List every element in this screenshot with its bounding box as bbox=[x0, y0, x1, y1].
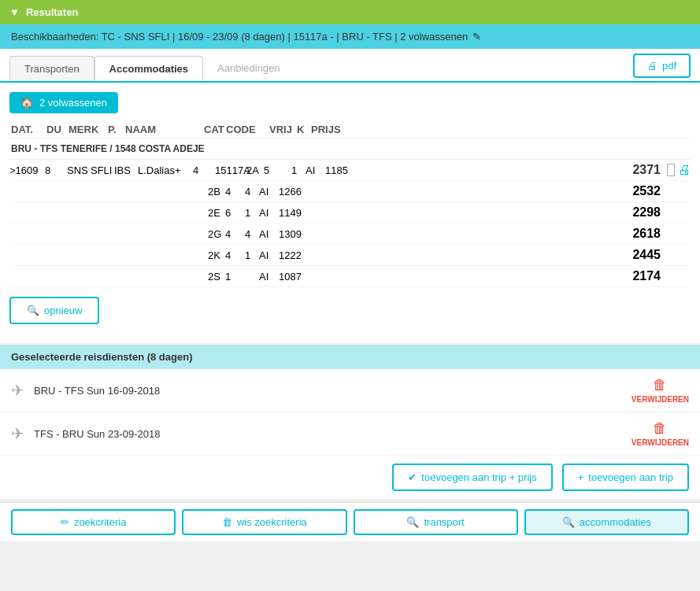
tab-accommodaties[interactable]: Accommodaties bbox=[94, 56, 203, 81]
col-header-vrij: VRIJ bbox=[269, 124, 297, 135]
col-header-dat: DAT. bbox=[11, 124, 46, 135]
sub-data-row: 2S 1 AI 1087 2174 bbox=[9, 266, 691, 287]
col-header-prijs: PRIJS bbox=[311, 124, 346, 135]
add-buttons-row: ✔ toevoegen aan trip + prijs + toevoegen… bbox=[0, 456, 700, 499]
flight-rows: ✈ BRU - TFS Sun 16-09-2018 🗑 VERWIJDEREN… bbox=[0, 369, 700, 456]
cell-du: 8 bbox=[45, 164, 67, 176]
search-transport-icon: 🔍 bbox=[406, 516, 419, 528]
transport-button[interactable]: 🔍 transport bbox=[354, 509, 518, 535]
cell-merk: SNS bbox=[67, 164, 91, 176]
remove-label: VERWIJDEREN bbox=[631, 395, 689, 404]
persons-label: 2 volwassenen bbox=[39, 97, 107, 109]
flight-row: ✈ BRU - TFS Sun 16-09-2018 🗑 VERWIJDEREN bbox=[0, 369, 700, 412]
sub-rows-container: 2B 4 4 AI 1266 2532 2E 6 1 AI 1149 2298 … bbox=[9, 181, 691, 287]
pencil-icon: ✏ bbox=[61, 516, 69, 528]
tabs-left: Transporten Accommodaties Aanbiedingen bbox=[9, 56, 294, 81]
persons-badge: 🏠 2 volwassenen bbox=[9, 92, 118, 113]
sub-data-row: 2G 4 4 AI 1309 2618 bbox=[9, 223, 691, 245]
sub-vrij: 6 bbox=[225, 207, 245, 219]
cell-naam2: L.Dalias+ bbox=[138, 164, 193, 176]
sub-vrij: 4 bbox=[225, 249, 245, 261]
cell-vrij: 5 bbox=[264, 164, 291, 176]
sub-prijs: 1087 bbox=[279, 271, 310, 283]
pdf-button[interactable]: 🖨 pdf bbox=[633, 54, 691, 78]
sub-prijs: 1266 bbox=[279, 186, 310, 198]
selected-section-header: Geselecteerde reisdiensten (8 dagen) bbox=[0, 345, 700, 369]
sub-total: 2445 bbox=[621, 248, 661, 262]
sub-vrij: 4 bbox=[225, 228, 245, 240]
sub-data-row: 2E 6 1 AI 1149 2298 bbox=[9, 202, 691, 223]
row-checkbox[interactable] bbox=[667, 164, 675, 176]
cell-subcode: 2A bbox=[246, 164, 264, 176]
accommodaties-button[interactable]: 🔍 accommodaties bbox=[524, 509, 689, 535]
sub-code: 2K bbox=[208, 249, 225, 261]
sub-k: 4 bbox=[245, 228, 259, 240]
sub-k: 1 bbox=[245, 207, 259, 219]
cell-total: 2371 bbox=[621, 163, 661, 177]
search-accommodaties-icon: 🔍 bbox=[562, 516, 575, 528]
wis-zoekcriteria-button[interactable]: 🗑 wis zoekcriteria bbox=[182, 509, 346, 535]
plane-icon: ✈ bbox=[11, 424, 24, 443]
flight-left: ✈ TFS - BRU Sun 23-09-2018 bbox=[11, 424, 160, 443]
refresh-button[interactable]: 🔍 opnieuw bbox=[9, 297, 99, 324]
flight-text: TFS - BRU Sun 23-09-2018 bbox=[34, 428, 160, 440]
destination-row: BRU - TFS TENERIFE / 1548 COSTA ADEJE bbox=[9, 139, 691, 160]
add-trip-button[interactable]: + toevoegen aan trip bbox=[562, 464, 689, 491]
flight-row: ✈ TFS - BRU Sun 23-09-2018 🗑 VERWIJDEREN bbox=[0, 412, 700, 456]
tabs-row: Transporten Accommodaties Aanbiedingen 🖨… bbox=[0, 49, 700, 83]
sub-prijs: 1149 bbox=[279, 207, 310, 219]
flight-left: ✈ BRU - TFS Sun 16-09-2018 bbox=[11, 381, 160, 400]
sub-vrij: 4 bbox=[225, 186, 245, 198]
col-header-naam: NAAM bbox=[125, 124, 204, 135]
edit-icon[interactable]: ✎ bbox=[472, 31, 481, 42]
trash-icon[interactable]: 🗑 bbox=[653, 377, 667, 393]
checkmark-icon: ✔ bbox=[408, 471, 417, 483]
tab-transporten[interactable]: Transporten bbox=[9, 56, 94, 81]
add-trip-price-button[interactable]: ✔ toevoegen aan trip + prijs bbox=[392, 464, 552, 491]
row-actions: 🖨 bbox=[667, 163, 691, 177]
sub-total: 2298 bbox=[621, 205, 661, 220]
col-header-du: DU bbox=[46, 124, 69, 135]
col-header-code: CODE bbox=[226, 124, 269, 135]
section-title: Resultaten bbox=[26, 6, 78, 18]
sub-prijs: 1309 bbox=[279, 228, 310, 240]
cell-naam: IBS bbox=[114, 164, 138, 176]
tab-aanbiedingen[interactable]: Aanbiedingen bbox=[203, 56, 294, 81]
sub-board: AI bbox=[259, 249, 279, 261]
trash-bottom-icon: 🗑 bbox=[222, 516, 232, 528]
sub-total: 2174 bbox=[621, 269, 661, 283]
col-header-p: P. bbox=[108, 124, 125, 135]
zoekcriteria-button[interactable]: ✏ zoekcriteria bbox=[11, 509, 176, 535]
sub-code: 2G bbox=[208, 228, 225, 240]
col-header-k: K bbox=[297, 124, 311, 135]
row-print-icon[interactable]: 🖨 bbox=[678, 163, 691, 177]
main-data-row: >1609 8 SNS SFLI IBS L.Dalias+ 4 15117A … bbox=[9, 160, 691, 181]
sub-k: 1 bbox=[245, 249, 259, 261]
cell-board: AI bbox=[306, 164, 325, 176]
trash-icon[interactable]: 🗑 bbox=[653, 420, 667, 437]
sub-data-row: 2K 4 1 AI 1222 2445 bbox=[9, 245, 691, 266]
printer-icon: 🖨 bbox=[647, 60, 657, 72]
cell-dat: >1609 bbox=[9, 164, 45, 176]
info-text: Beschikbaarheden: TC - SNS SFLI | 16/09 … bbox=[11, 31, 468, 42]
sub-total: 2618 bbox=[621, 227, 661, 241]
sub-total: 2532 bbox=[621, 184, 661, 198]
table-header: DAT. DU MERK P. NAAM CAT CODE VRIJ K PRI… bbox=[9, 121, 691, 139]
home-icon: 🏠 bbox=[20, 97, 33, 109]
sub-vrij: 1 bbox=[225, 271, 245, 283]
info-bar: Beschikbaarheden: TC - SNS SFLI | 16/09 … bbox=[0, 24, 700, 49]
sub-code: 2S bbox=[208, 271, 225, 283]
plane-icon: ✈ bbox=[11, 381, 24, 400]
remove-col[interactable]: 🗑 VERWIJDEREN bbox=[631, 420, 689, 447]
sub-board: AI bbox=[259, 271, 279, 283]
cell-code: 15117A bbox=[215, 164, 246, 176]
col-header-cat: CAT bbox=[204, 124, 226, 135]
cell-cat: 4 bbox=[193, 164, 215, 176]
sub-data-row: 2B 4 4 AI 1266 2532 bbox=[9, 181, 691, 202]
bottom-bar: ✏ zoekcriteria 🗑 wis zoekcriteria 🔍 tran… bbox=[0, 502, 700, 541]
sub-k: 4 bbox=[245, 186, 259, 198]
cell-merk2: SFLI bbox=[91, 164, 114, 176]
sub-board: AI bbox=[259, 207, 279, 219]
remove-col[interactable]: 🗑 VERWIJDEREN bbox=[631, 377, 689, 404]
sub-board: AI bbox=[259, 186, 279, 198]
